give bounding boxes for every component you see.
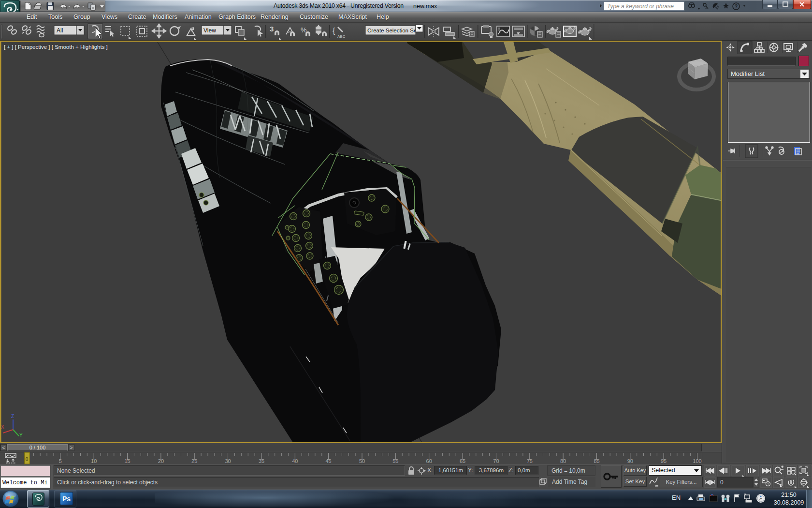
svg-text:Create Selection Se: Create Selection Se bbox=[367, 28, 417, 33]
svg-text:Z: Z bbox=[11, 414, 14, 419]
svg-text:90: 90 bbox=[627, 458, 633, 464]
svg-text:60: 60 bbox=[426, 458, 432, 464]
svg-text:5: 5 bbox=[59, 458, 62, 464]
svg-text:45: 45 bbox=[325, 458, 331, 464]
svg-text:85: 85 bbox=[594, 458, 599, 464]
svg-text:All: All bbox=[57, 27, 63, 34]
svg-text:50: 50 bbox=[359, 458, 365, 464]
svg-text:%: % bbox=[301, 26, 306, 34]
svg-text:40: 40 bbox=[292, 458, 298, 464]
svg-text:80: 80 bbox=[560, 458, 566, 464]
svg-text:[ + ] [ Perspective ] [ Smooth: [ + ] [ Perspective ] [ Smooth + Highlig… bbox=[4, 44, 108, 50]
svg-text:55: 55 bbox=[392, 458, 398, 464]
svg-text:Y: Y bbox=[19, 433, 23, 438]
svg-text:0: 0 bbox=[26, 457, 29, 462]
svg-text:View: View bbox=[203, 27, 216, 34]
svg-text:?: ? bbox=[735, 4, 738, 9]
svg-text:3: 3 bbox=[270, 25, 274, 33]
svg-text:X: X bbox=[1, 424, 4, 430]
svg-text:0: 0 bbox=[720, 479, 724, 486]
svg-text:10: 10 bbox=[91, 458, 97, 464]
svg-text:{: { bbox=[333, 27, 335, 35]
svg-text:30: 30 bbox=[225, 458, 231, 464]
svg-text:ABC: ABC bbox=[337, 34, 346, 39]
svg-text:100: 100 bbox=[693, 458, 701, 464]
svg-text:20: 20 bbox=[158, 458, 164, 464]
svg-text:35: 35 bbox=[259, 458, 264, 464]
svg-text:15: 15 bbox=[124, 458, 130, 464]
svg-text:25: 25 bbox=[191, 458, 197, 464]
svg-text:95: 95 bbox=[661, 458, 667, 464]
svg-text:75: 75 bbox=[527, 458, 533, 464]
svg-text:65: 65 bbox=[460, 458, 465, 464]
svg-text:70: 70 bbox=[493, 458, 499, 464]
